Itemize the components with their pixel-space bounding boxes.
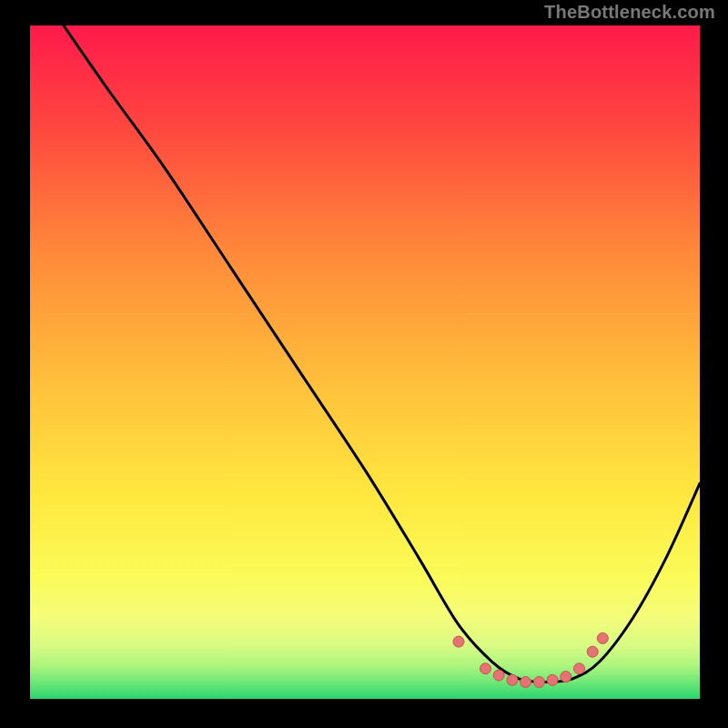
- plot-area: [30, 25, 700, 699]
- optimal-dot: [597, 632, 608, 643]
- optimal-dot: [533, 677, 544, 688]
- optimal-dot: [453, 636, 464, 647]
- optimal-dot: [574, 663, 585, 674]
- optimal-dot: [521, 677, 531, 688]
- curve-layer: [30, 25, 700, 699]
- optimal-dot: [561, 672, 571, 682]
- chart-frame: TheBottleneck.com: [0, 0, 728, 728]
- optimal-dot: [587, 646, 598, 657]
- bottleneck-curve: [64, 25, 700, 682]
- optimal-dot: [493, 670, 504, 681]
- optimal-dot: [547, 674, 558, 685]
- optimal-region-dots: [453, 632, 608, 687]
- attribution-label: TheBottleneck.com: [544, 2, 715, 23]
- optimal-dot: [480, 663, 491, 674]
- optimal-dot: [507, 674, 518, 685]
